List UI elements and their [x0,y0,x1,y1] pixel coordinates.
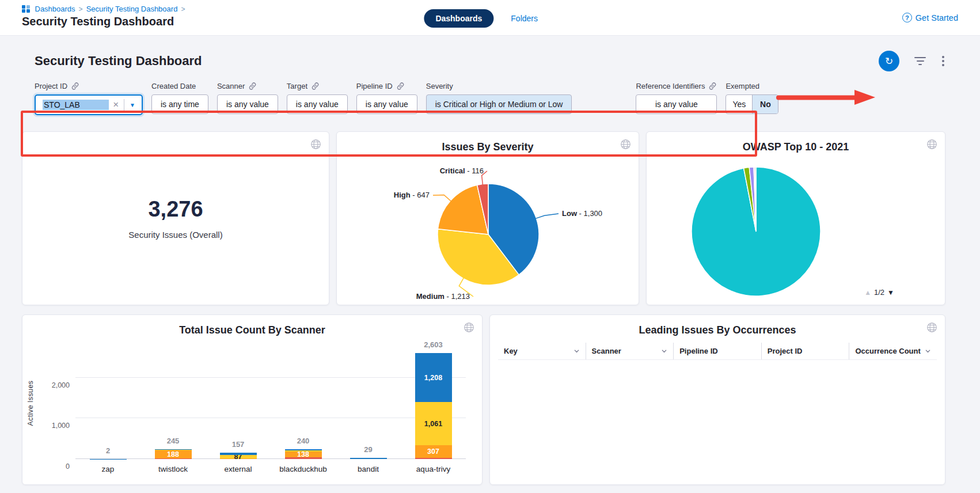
filter-project-id: Project ID STO_LAB × ▼ [35,82,143,115]
filter-label: Pipeline ID [356,82,393,90]
table-header-scanner[interactable]: Scanner [586,343,674,359]
filter-scanner: Scanner is any value [217,82,278,114]
exempted-no-option[interactable]: No [752,95,778,113]
page-down-icon[interactable]: ▼ [887,289,894,297]
y-tick-label: 2,000 [52,381,70,389]
clear-icon[interactable]: × [109,99,123,111]
severity-pie-chart: Low - 1,300Medium - 1,213High - 647Criti… [337,132,639,305]
occurrences-table-card: Leading Issues By Occurrences Key Scanne… [489,314,945,485]
header-tabs: Dashboards Folders [424,9,538,28]
table-header-occurrence-count[interactable]: Occurrence Count [849,343,937,359]
filter-reference-identifiers: Reference Identifiers is any value [636,82,717,114]
severity-value-button[interactable]: is Critical or High or Medium or Low [426,94,572,114]
filter-label: Target [287,82,307,90]
bar-category-label: blackduckhub [279,465,327,473]
project-id-combobox[interactable]: STO_LAB × ▼ [35,94,143,115]
bar-total-label: 2 [106,446,110,455]
bar-segment-low: 1,208 [415,353,452,402]
page-indicator: 1/2 [874,288,884,297]
column-label: Scanner [592,347,621,355]
refresh-button[interactable]: ↻ [879,51,899,71]
bar-segment-high: 188 [155,450,192,458]
exempted-yes-option[interactable]: Yes [726,95,752,113]
breadcrumb-link-current[interactable]: Security Testing Dashboard [86,5,178,13]
issues-by-severity-card: Issues By Severity Low - 1,300Medium - 1… [336,131,639,305]
filter-label: Severity [426,82,453,90]
link-icon [708,82,717,90]
link-icon [71,82,79,90]
reference-identifiers-value-button[interactable]: is any value [636,94,717,114]
owasp-card: OWASP Top 10 - 2021 ▲ 1/2 ▼ [646,131,945,305]
filter-icon[interactable] [914,57,926,66]
filter-label: Exempted [725,82,759,90]
owasp-pie-chart [647,132,945,305]
pie-label-High: High - 647 [394,191,430,199]
exempted-toggle: Yes No [725,94,778,114]
chevron-down-icon [925,348,931,354]
bar-bandit: 29bandit [336,345,401,459]
bar-segment-low [90,459,127,460]
breadcrumb-separator: > [79,5,83,13]
get-started-link[interactable]: ? Get Started [902,13,958,22]
bar-segment-low [350,458,387,459]
globe-icon[interactable] [464,322,474,335]
link-icon [311,82,320,90]
combo-divider [124,99,124,111]
overall-issues-card: 3,276 Security Issues (Overall) [22,131,329,305]
bar-category-label: twistlock [158,465,188,473]
column-label: Key [504,347,518,355]
pipeline-id-value-button[interactable]: is any value [356,94,417,114]
table-header-project-id[interactable]: Project ID [761,343,849,359]
overall-issues-label: Security Issues (Overall) [128,230,222,240]
scanner-chart-title: Total Issue Count By Scanner [22,315,482,336]
breadcrumb-separator: > [181,5,185,13]
bar-zap: 2zap [75,345,140,459]
refresh-icon: ↻ [885,55,893,67]
owasp-pager: ▲ 1/2 ▼ [864,288,894,297]
pie-leader-line [433,195,451,202]
kebab-menu-icon[interactable] [941,55,945,67]
project-id-value[interactable]: STO_LAB [43,100,109,110]
tab-folders[interactable]: Folders [511,14,538,23]
globe-icon[interactable] [310,139,321,152]
link-icon [248,82,257,90]
scanner-value-button[interactable]: is any value [217,94,278,114]
created-date-value-button[interactable]: is any time [151,94,208,114]
bar-segment-medium [155,450,192,451]
filter-label: Created Date [151,82,196,90]
tab-dashboards[interactable]: Dashboards [424,9,493,28]
y-tick-label: 1,000 [52,422,70,430]
bar-segment-high: 307 [415,445,452,458]
scanner-bar-card: Total Issue Count By Scanner Active Issu… [22,314,483,485]
page-up-icon[interactable]: ▲ [864,289,871,297]
filter-label: Scanner [217,82,245,90]
bar-segment-low [155,449,192,450]
y-axis-label: Active Issues [26,380,35,426]
bar-total-label: 245 [167,437,180,445]
bar-external: 87157external [206,345,271,459]
bar-segment-low [220,453,257,455]
table-header-key[interactable]: Key [498,343,586,359]
chevron-down-icon[interactable]: ▼ [128,102,137,108]
filter-exempted: Exempted Yes No [725,82,778,114]
column-label: Pipeline ID [679,347,717,355]
bar-category-label: bandit [358,465,379,473]
bar-total-label: 240 [297,437,310,445]
bar-segment-critical [415,458,452,459]
y-tick-label: 0 [66,462,70,471]
top-header: Dashboards > Security Testing Dashboard … [0,0,980,36]
get-started-label: Get Started [916,13,958,22]
chevron-down-icon [661,348,667,354]
globe-icon[interactable] [926,322,937,335]
bar-segment-medium: 1,061 [415,402,452,445]
table-header-pipeline-id[interactable]: Pipeline ID [673,343,761,359]
filter-label: Project ID [35,82,67,90]
occurrences-table-title: Leading Issues By Occurrences [490,315,945,336]
question-circle-icon: ? [902,13,912,22]
scanner-bar-chart: 01,0002,0002zap188245twistlock87157exter… [75,345,466,459]
breadcrumb-link-dashboards[interactable]: Dashboards [35,5,75,13]
filter-bar: Project ID STO_LAB × ▼ Created Date is a… [22,82,958,120]
bar-segment-low [285,449,322,450]
target-value-button[interactable]: is any value [287,94,348,114]
filter-pipeline-id: Pipeline ID is any value [356,82,417,114]
